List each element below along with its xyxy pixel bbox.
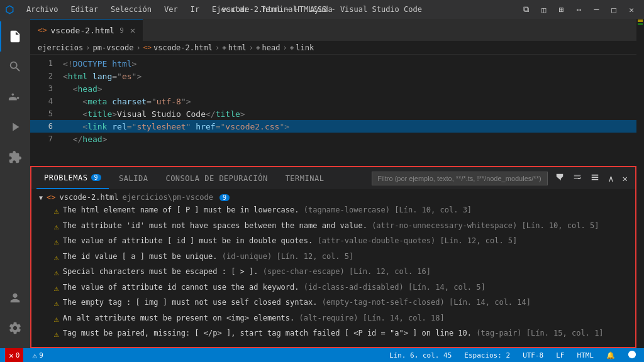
tab-consola[interactable]: CONSOLA DE DEPURACIÓN — [158, 167, 275, 189]
breadcrumb-html[interactable]: ◈ html — [222, 43, 247, 52]
problem-item-6[interactable]: ⚠ The value of attribute id cannot use t… — [31, 280, 635, 296]
breadcrumb-head-label: head — [262, 43, 280, 52]
problem-item-5[interactable]: ⚠ Special characters must be escaped : [… — [31, 265, 635, 280]
status-encoding[interactable]: UTF-8 — [520, 351, 546, 359]
tab-terminal[interactable]: TERMINAL — [278, 167, 332, 189]
problem-item-2[interactable]: ⚠ The attribute 'id' must not have space… — [31, 219, 635, 234]
minimize-button[interactable]: ─ — [589, 3, 604, 17]
tab-file-icon: <> — [38, 26, 47, 35]
file-path: ejercicios\pm-vscode — [122, 193, 213, 202]
status-language[interactable]: HTML — [575, 351, 597, 359]
menu-seleccion[interactable]: Selección — [106, 4, 157, 15]
activity-bar — [0, 19, 30, 348]
status-warnings[interactable]: ⚠ 9 — [28, 348, 47, 362]
filter-icon[interactable] — [553, 172, 567, 185]
problem-item-9[interactable]: ⚠ Tag must be paired, missing: [ </p> ],… — [31, 326, 635, 342]
problem-text-7: The empty tag : [ img ] must not use sel… — [63, 297, 630, 308]
titlebar: ⬡ Archivo Editar Selección Ver Ir Ejecut… — [0, 0, 644, 19]
status-remote-icon[interactable] — [625, 350, 639, 361]
status-bar: ✕ 0 ⚠ 9 Lín. 6, col. 45 Espacios: 2 UTF-… — [0, 348, 644, 362]
code-line-1: 1 <!DOCTYPE html> — [30, 57, 636, 70]
main-container: <> vscode-2.html 9 ✕ ejercicios › pm-vsc… — [0, 19, 644, 348]
warning-icon-5: ⚠ — [54, 266, 59, 279]
file-problems-count: 9 — [219, 194, 230, 201]
status-spaces[interactable]: Espacios: 2 — [462, 351, 513, 359]
problem-item-1[interactable]: ⚠ The html element name of [ P ] must be… — [31, 203, 635, 219]
minimap-colors — [636, 19, 644, 348]
error-icon: ✕ — [9, 351, 14, 360]
breadcrumb-html-icon: ◈ — [222, 43, 226, 52]
menu-archivo[interactable]: Archivo — [21, 4, 64, 15]
window-controls: ⧉ ◫ ⊞ ⋯ ─ □ ✕ — [518, 2, 639, 17]
status-notifications-icon[interactable]: 🔔 — [604, 351, 618, 359]
breadcrumb-file-icon: <> — [143, 43, 152, 52]
filter-input[interactable] — [372, 172, 548, 185]
close-button[interactable]: ✕ — [624, 3, 639, 17]
breadcrumb-link[interactable]: ◈ link — [290, 43, 314, 52]
breadcrumb-html-label: html — [228, 43, 247, 52]
chevron-down-icon: ▼ — [39, 194, 43, 201]
problem-text-4: The id value [ a ] must be unique. (id-u… — [63, 251, 630, 262]
panel: PROBLEMAS 9 SALIDA CONSOLA DE DEPURACIÓN… — [30, 166, 636, 348]
collapse-icon[interactable]: ∧ — [606, 172, 616, 185]
more-icon[interactable]: ⋯ — [572, 3, 587, 17]
close-panel-button[interactable]: ✕ — [620, 172, 630, 185]
breadcrumb-file[interactable]: <> vscode-2.html — [143, 43, 213, 52]
breadcrumb-link-icon: ◈ — [290, 43, 294, 52]
wrap-icon[interactable] — [570, 172, 584, 185]
activity-run-icon[interactable] — [0, 112, 30, 142]
tab-close-button[interactable]: ✕ — [130, 25, 135, 35]
problem-item-4[interactable]: ⚠ The id value [ a ] must be unique. (id… — [31, 250, 635, 265]
error-count: 0 — [16, 351, 20, 359]
warning-icon-8: ⚠ — [54, 313, 59, 326]
warning-icon-6: ⚠ — [54, 282, 59, 295]
warning-icon-7: ⚠ — [54, 297, 59, 310]
code-line-2: 2 <html lang="es"> — [30, 70, 636, 82]
file-name: vscode-2.html — [59, 193, 118, 202]
panel-filter: ∧ ✕ — [372, 172, 630, 185]
breadcrumb-ejercicios[interactable]: ejercicios — [38, 43, 83, 52]
vscode-logo-icon: ⬡ — [5, 4, 14, 16]
problem-item-7[interactable]: ⚠ The empty tag : [ img ] must not use s… — [31, 295, 635, 311]
activity-bar-bottom — [0, 283, 30, 348]
menu-editar[interactable]: Editar — [66, 4, 103, 15]
layout-icon[interactable]: ⧉ — [518, 2, 534, 17]
tab-bar: <> vscode-2.html 9 ✕ — [30, 19, 636, 41]
problem-item-3[interactable]: ⚠ The value of attribute [ id ] must be … — [31, 234, 635, 250]
breadcrumb-head[interactable]: ◈ head — [256, 43, 280, 52]
list-icon[interactable] — [588, 172, 602, 185]
breadcrumb-pm-vscode[interactable]: pm-vscode — [92, 43, 133, 52]
activity-account-icon[interactable] — [0, 283, 30, 313]
minimap-info-marker — [638, 23, 643, 25]
editor-area: <> vscode-2.html 9 ✕ ejercicios › pm-vsc… — [30, 19, 636, 348]
status-errors[interactable]: ✕ 0 — [5, 348, 23, 362]
problem-item-8[interactable]: ⚠ An alt attribute must be present on <i… — [31, 311, 635, 327]
maximize-button[interactable]: □ — [606, 3, 621, 17]
menu-ir[interactable]: Ir — [186, 4, 204, 15]
split-icon[interactable]: ◫ — [536, 3, 552, 17]
file-type-icon: <> — [47, 193, 55, 202]
tab-vscode-2-html[interactable]: <> vscode-2.html 9 ✕ — [30, 19, 143, 41]
status-position[interactable]: Lín. 6, col. 45 — [387, 351, 454, 359]
breadcrumb: ejercicios › pm-vscode › <> vscode-2.htm… — [30, 41, 636, 55]
activity-extensions-icon[interactable] — [0, 142, 30, 172]
warning-count: 9 — [39, 351, 43, 359]
menu-ver[interactable]: Ver — [159, 4, 183, 15]
activity-source-control-icon[interactable] — [0, 82, 30, 112]
tab-salida[interactable]: SALIDA — [111, 167, 155, 189]
grid-icon[interactable]: ⊞ — [554, 3, 569, 17]
breadcrumb-sep-2: › — [136, 43, 141, 52]
panel-content: ▼ <> vscode-2.html ejercicios\pm-vscode … — [31, 189, 635, 347]
window-title: vscode-2.html — HTMLCSS - Visual Studio … — [222, 5, 422, 14]
tab-problemas[interactable]: PROBLEMAS 9 — [36, 167, 109, 189]
problem-text-5: Special characters must be escaped : [ >… — [63, 266, 630, 277]
activity-settings-icon[interactable] — [0, 313, 30, 343]
breadcrumb-sep-1: › — [86, 43, 90, 52]
activity-search-icon[interactable] — [0, 52, 30, 82]
warning-icon-9: ⚠ — [54, 328, 59, 341]
code-editor[interactable]: 1 <!DOCTYPE html> 2 <html lang="es"> 3 — [30, 55, 636, 166]
activity-files-icon[interactable] — [0, 21, 30, 52]
problems-badge: 9 — [91, 174, 102, 181]
status-line-ending[interactable]: LF — [553, 351, 567, 359]
code-line-4: 4 <meta charset="utf-8"> — [30, 95, 636, 107]
